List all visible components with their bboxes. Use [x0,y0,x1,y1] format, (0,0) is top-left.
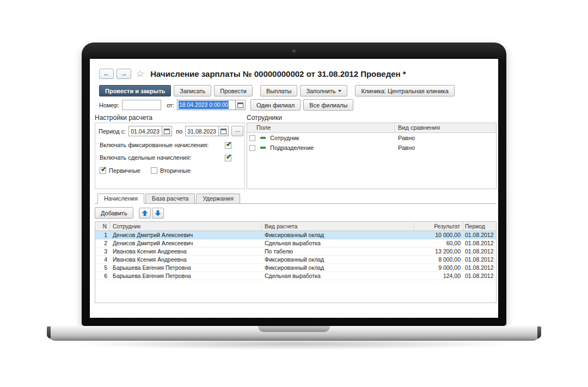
move-down-icon [155,210,161,216]
favorite-star-icon[interactable]: ☆ [136,69,144,79]
period-row: Период с: 01.04.2023 по 31.08.2023 ... [99,126,243,136]
equals-icon [260,137,266,139]
employees-filter-panel: Поле Вид сравнения Сотрудник Равно Подра… [247,123,497,189]
forward-button[interactable]: → [117,69,131,79]
primary-label: Первичные [109,167,140,174]
filter-use-checkbox[interactable] [249,135,255,141]
employees-group-title: Сотрудники [247,114,282,122]
date-label: от: [167,102,174,108]
settings-group-title: Настройки расчета [95,114,152,122]
move-down-button[interactable] [152,208,164,219]
back-icon: ← [103,70,110,77]
column-header-result[interactable]: Результат [414,222,463,231]
period-to-input[interactable]: 31.08.2023 [185,126,219,136]
secondary-checkbox[interactable] [151,167,157,174]
include-piecework-label: Включать сдельные начисления: [100,154,191,161]
column-header-n[interactable]: N [95,222,110,231]
number-label: Номер: [99,102,119,108]
filter-row[interactable]: Подразделение Равно [247,143,496,153]
column-header-calc-type[interactable]: Вид расчета [262,222,414,231]
filter-use-checkbox[interactable] [249,145,255,151]
include-piecework-row: Включать сдельные начисления: ✔ [100,154,240,161]
grid-header: N Сотрудник Вид расчета Результат Период [95,222,496,231]
app-screen: ← → ☆ Начисление зарплаты № 00000000002 … [90,59,498,318]
list-toolbar: Добавить [95,207,164,219]
table-row[interactable]: 1 Денисов Дмитрий Алексеевич Фиксированн… [95,231,496,239]
fill-menu-button[interactable]: Заполнить [300,85,347,96]
laptop-bezel: ← → ☆ Начисление зарплаты № 00000000002 … [82,43,506,326]
post-button[interactable]: Провести [214,85,253,96]
laptop-notch [258,326,330,332]
include-piecework-checkbox[interactable]: ✔ [225,155,231,161]
back-button[interactable]: ← [99,69,114,79]
filter-field-label: Подразделение [270,144,314,151]
payments-button[interactable]: Выплаты [260,85,297,96]
checkmark-icon: ✔ [226,153,232,160]
table-row[interactable]: 3 Иванова Ксения Андреевна По табелю 13 … [95,247,496,256]
laptop-base [47,326,541,341]
column-header-employee[interactable]: Сотрудник [110,222,262,231]
filter-comparison-cell: Равно [395,144,496,151]
include-fixed-checkbox[interactable]: ✔ [225,142,231,149]
number-input[interactable] [122,100,161,110]
calendar-icon [237,102,243,108]
period-options-button[interactable]: ... [231,126,243,136]
secondary-label: Вторичные [160,167,191,174]
add-button[interactable]: Добавить [95,207,133,219]
filter-field-cell: Сотрудник [247,135,395,141]
date-value: 18.04.2023 0:00:00 [179,101,229,109]
move-buttons [139,208,164,219]
filter-comparison-cell: Равно [395,135,496,141]
dropdown-icon [338,90,341,92]
checkmark-icon: ✔ [226,141,232,148]
date-input[interactable]: 18.04.2023 0:00:00 [177,100,236,110]
tab-accruals[interactable]: Начисления [97,194,144,204]
secondary-option[interactable]: Вторичные [151,167,193,174]
primary-checkbox[interactable]: ✔ [100,167,106,174]
all-branches-button[interactable]: Все филиалы [303,99,353,111]
primary-option[interactable]: ✔ Первичные [100,167,143,174]
table-row[interactable]: 6 Барышева Евгения Петровна Сдельная выр… [95,272,496,280]
move-up-icon [142,210,148,216]
employees-filter-header: Поле Вид сравнения [247,123,496,133]
calendar-icon [164,129,170,134]
forward-icon: → [121,70,127,77]
filter-row[interactable]: Сотрудник Равно [247,133,496,143]
title-row: ← → ☆ Начисление зарплаты № 00000000002 … [99,68,406,80]
table-row[interactable]: 4 Иванова Ксения Андреевна Фиксированный… [95,256,496,264]
settings-panel: Период с: 01.04.2023 по 31.08.2023 ... В… [95,123,245,189]
table-row[interactable]: 2 Денисов Дмитрий Алексеевич Сдельная вы… [95,239,496,247]
clinic-button[interactable]: Клиника: Центральная клиника [355,85,454,96]
post-and-close-button[interactable]: Провести и закрыть [99,85,171,96]
tab-strip: Начисления База расчета Удержания [95,194,497,204]
period-from-label: Период с: [99,128,126,135]
document-fields-row: Номер: от: 18.04.2023 0:00:00 Один филиа… [99,100,353,110]
period-to-calendar-button[interactable] [219,126,229,136]
column-header-period[interactable]: Период [463,222,496,231]
save-button[interactable]: Записать [174,85,211,96]
filter-field-cell: Подразделение [247,144,395,151]
move-up-button[interactable] [139,208,151,219]
filter-field-label: Сотрудник [270,135,299,141]
column-header-field[interactable]: Поле [247,123,395,132]
document-title: Начисление зарплаты № 00000000002 от 31.… [150,69,406,78]
period-from-calendar-button[interactable] [162,126,172,136]
accruals-grid: N Сотрудник Вид расчета Результат Период… [95,221,497,303]
checkmark-icon: ✔ [101,166,107,173]
accrual-kind-row: ✔ Первичные Вторичные [100,167,240,174]
tab-calc-base[interactable]: База расчета [145,194,195,203]
webcam-icon [292,49,296,53]
include-fixed-label: Включать фиксированные начисления: [100,142,209,148]
command-bar: Провести и закрыть Записать Провести Вып… [99,85,455,96]
equals-icon [260,147,266,149]
table-row[interactable]: 5 Барышева Евгения Петровна Фиксированны… [95,264,496,272]
include-fixed-row: Включать фиксированные начисления: ✔ [100,142,240,148]
period-from-input[interactable]: 01.04.2023 [128,126,162,136]
tab-deductions[interactable]: Удержания [196,194,240,203]
calendar-icon [220,129,226,134]
column-header-comparison[interactable]: Вид сравнения [395,123,496,132]
one-branch-button[interactable]: Один филиал [250,99,301,111]
period-to-label: по [176,128,182,135]
date-calendar-button[interactable] [236,100,246,110]
